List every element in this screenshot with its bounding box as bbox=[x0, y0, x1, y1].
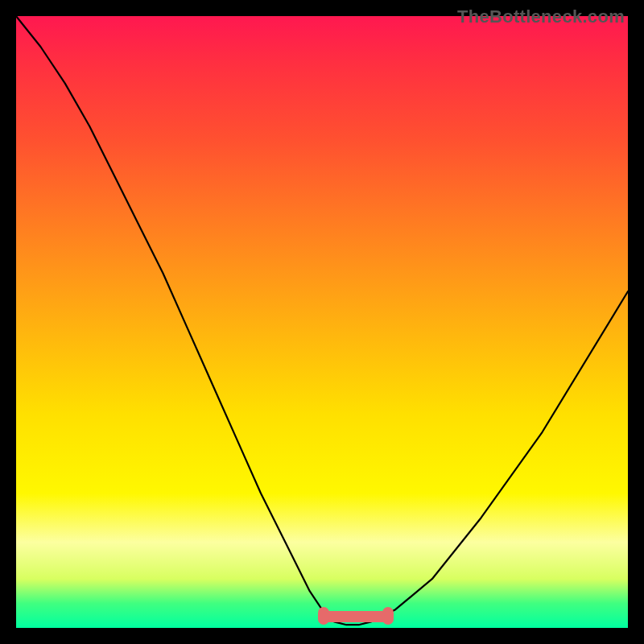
tolerance-band bbox=[322, 611, 390, 622]
plot-area bbox=[16, 16, 628, 628]
bottleneck-curve bbox=[16, 16, 628, 628]
chart-container: TheBottleneck.com bbox=[0, 0, 644, 644]
watermark-label: TheBottleneck.com bbox=[457, 6, 625, 27]
